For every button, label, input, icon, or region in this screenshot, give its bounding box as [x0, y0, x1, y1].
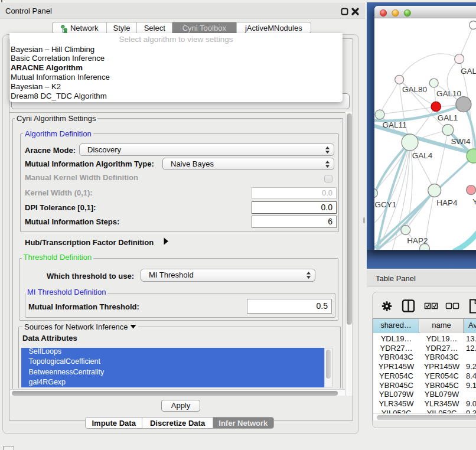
- svg-text:Y: Y: [472, 197, 476, 206]
- svg-text:HAP4: HAP4: [436, 198, 458, 207]
- svg-text:GAL80: GAL80: [402, 85, 427, 94]
- svg-text:GAL2: GAL2: [461, 67, 476, 76]
- svg-text:GAL11: GAL11: [382, 120, 406, 129]
- svg-text:GCY1: GCY1: [375, 200, 397, 208]
- svg-text:SWI4: SWI4: [451, 137, 470, 146]
- svg-text:HAP2: HAP2: [407, 236, 428, 244]
- svg-text:GAL1: GAL1: [438, 113, 458, 122]
- svg-text:GAL10: GAL10: [436, 89, 461, 98]
- svg-text:GAL4: GAL4: [412, 151, 433, 159]
